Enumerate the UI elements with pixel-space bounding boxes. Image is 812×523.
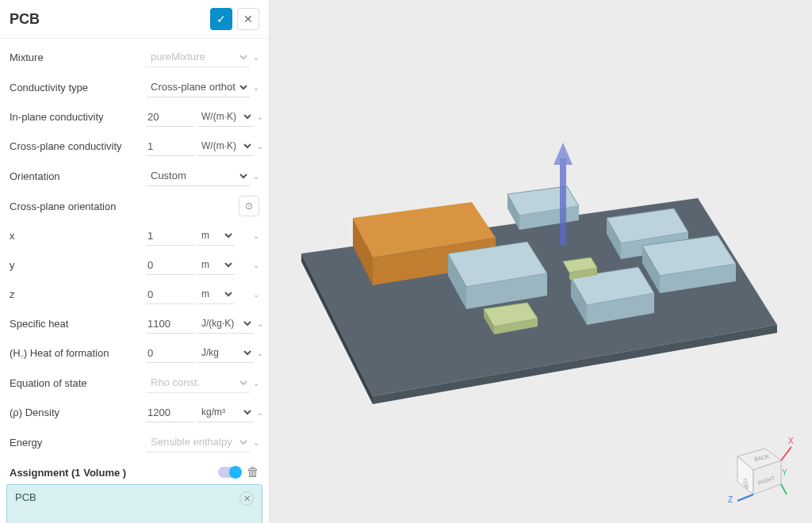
delete-assignment-button[interactable]: 🗑: [247, 465, 259, 479]
energy-row: Energy Sensible enthalpy ⌄: [0, 427, 269, 457]
specific-heat-unit[interactable]: J/(kg·K): [197, 314, 254, 334]
y-label: y: [10, 259, 146, 271]
x-input[interactable]: [146, 227, 193, 246]
assignment-label: Assignment (1 Volume ): [10, 467, 212, 479]
properties-panel: PCB ✓ ✕ Mixture pureMixture ⌄ Conductivi…: [0, 0, 270, 523]
z-input[interactable]: [146, 285, 193, 304]
confirm-button[interactable]: ✓: [210, 8, 232, 30]
assignment-box: PCB ✕: [6, 484, 262, 523]
cross-plane-cond-unit[interactable]: W/(m·K): [197, 136, 254, 156]
heat-formation-unit[interactable]: J/kg: [197, 343, 254, 363]
y-unit[interactable]: m: [197, 255, 235, 275]
z-axis-label: Z: [728, 495, 733, 504]
chevron-down-icon: ⌄: [253, 290, 259, 299]
x-axis-line: [781, 447, 791, 460]
cross-plane-orient-label: Cross-plane orientation: [10, 200, 146, 212]
x-row: x m ⌄: [0, 221, 269, 250]
y-axis-label: Y: [782, 468, 787, 477]
cross-plane-orient-row: Cross-plane orientation ⊙: [0, 191, 269, 221]
orientation-arrow-head: [553, 143, 573, 165]
cross-plane-cond-input[interactable]: [146, 137, 193, 156]
y-axis-line: [781, 484, 787, 494]
energy-select[interactable]: Sensible enthalpy: [146, 432, 250, 452]
specific-heat-row: Specific heat J/(kg·K) ⌄: [0, 309, 269, 338]
orientation-row: Orientation Custom ⌄: [0, 161, 269, 191]
chevron-down-icon: ⌄: [257, 113, 263, 121]
conductivity-type-label: Conductivity type: [10, 82, 146, 94]
heat-formation-label: (H꜀) Heat of formation: [10, 347, 146, 360]
in-plane-cond-row: In-plane conductivity W/(m·K) ⌄: [0, 102, 269, 132]
orientation-label: Orientation: [10, 170, 146, 182]
x-label: x: [10, 230, 146, 242]
z-axis-line: [737, 494, 753, 501]
specific-heat-input[interactable]: [146, 315, 193, 334]
chevron-down-icon: ⌄: [257, 319, 263, 328]
energy-label: Energy: [10, 437, 146, 449]
close-icon: ✕: [243, 13, 253, 25]
chevron-down-icon: ⌄: [253, 53, 259, 62]
pick-orientation-button[interactable]: ⊙: [239, 196, 259, 216]
chevron-down-icon: ⌄: [257, 142, 263, 151]
z-row: z m ⌄: [0, 280, 269, 309]
cross-plane-cond-row: Cross-plane conductivity W/(m·K) ⌄: [0, 132, 269, 161]
density-unit[interactable]: kg/m³: [197, 403, 254, 422]
panel-title: PCB: [10, 11, 210, 28]
panel-header: PCB ✓ ✕: [0, 0, 269, 39]
cross-plane-cond-label: Cross-plane conductivity: [10, 140, 146, 152]
conductivity-type-row: Conductivity type Cross-plane orthot ⌄: [0, 72, 269, 102]
x-axis-label: X: [788, 437, 793, 445]
target-icon: ⊙: [245, 200, 253, 212]
chevron-down-icon: ⌄: [253, 438, 259, 447]
in-plane-cond-unit[interactable]: W/(m·K): [197, 107, 254, 127]
trash-icon: 🗑: [247, 465, 259, 479]
x-unit[interactable]: m: [197, 226, 235, 246]
close-panel-button[interactable]: ✕: [237, 8, 259, 30]
chevron-down-icon: ⌄: [257, 408, 263, 417]
chevron-down-icon: ⌄: [253, 172, 259, 181]
density-row: (ρ) Density kg/m³ ⌄: [0, 398, 269, 427]
remove-assignment-item-button[interactable]: ✕: [239, 491, 254, 506]
chevron-down-icon: ⌄: [253, 261, 259, 269]
heat-formation-row: (H꜀) Heat of formation J/kg ⌄: [0, 338, 269, 368]
eos-label: Equation of state: [10, 377, 146, 389]
chevron-down-icon: ⌄: [253, 379, 259, 387]
panel-body[interactable]: Mixture pureMixture ⌄ Conductivity type …: [0, 39, 269, 523]
navigation-cube[interactable]: BACK TOP RIGHT X Y Z: [722, 433, 793, 504]
eos-select[interactable]: Rho const.: [146, 372, 250, 393]
density-label: (ρ) Density: [10, 407, 146, 418]
assignment-header: Assignment (1 Volume ) 🗑: [0, 457, 269, 484]
chevron-down-icon: ⌄: [257, 349, 263, 357]
mixture-row: Mixture pureMixture ⌄: [0, 42, 269, 72]
3d-viewport[interactable]: BACK TOP RIGHT X Y Z: [270, 0, 812, 523]
y-input[interactable]: [146, 256, 193, 275]
y-row: y m ⌄: [0, 250, 269, 280]
in-plane-cond-input[interactable]: [146, 108, 193, 127]
eos-row: Equation of state Rho const. ⌄: [0, 368, 269, 398]
specific-heat-label: Specific heat: [10, 318, 146, 330]
chevron-down-icon: ⌄: [253, 231, 259, 240]
chevron-down-icon: ⌄: [253, 83, 259, 92]
assignment-toggle[interactable]: [218, 467, 240, 478]
close-icon: ✕: [243, 494, 251, 504]
check-icon: ✓: [216, 13, 226, 25]
conductivity-type-select[interactable]: Cross-plane orthot: [146, 77, 250, 97]
mixture-label: Mixture: [10, 52, 146, 63]
density-input[interactable]: [146, 403, 193, 422]
mixture-select[interactable]: pureMixture: [146, 47, 250, 67]
assignment-item[interactable]: PCB: [15, 491, 239, 503]
orientation-select[interactable]: Custom: [146, 166, 250, 186]
in-plane-cond-label: In-plane conductivity: [10, 111, 146, 123]
z-label: z: [10, 288, 146, 300]
z-unit[interactable]: m: [197, 284, 235, 304]
heat-formation-input[interactable]: [146, 344, 193, 363]
